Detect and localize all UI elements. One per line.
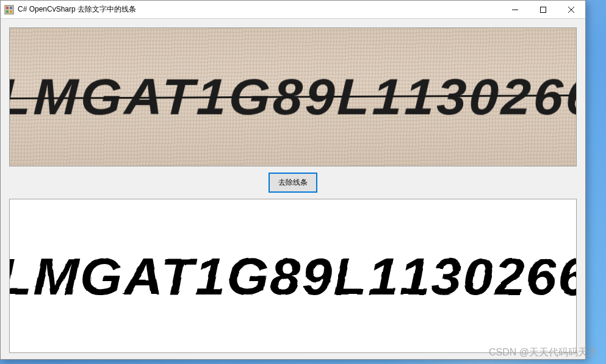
close-button[interactable] xyxy=(557,1,585,18)
source-image: LMGAT1G89L1130266 xyxy=(10,28,576,166)
svg-rect-1 xyxy=(6,7,9,9)
minimize-button[interactable] xyxy=(501,1,529,18)
client-area: LMGAT1G89L1130266 去除线条 LMGAT1G89L1130266 xyxy=(1,19,585,359)
svg-rect-5 xyxy=(541,7,546,12)
svg-rect-2 xyxy=(10,7,12,9)
svg-rect-4 xyxy=(10,10,12,13)
output-image-panel: LMGAT1G89L1130266 xyxy=(9,199,577,353)
remove-lines-button[interactable]: 去除线条 xyxy=(269,173,317,193)
titlebar[interactable]: C# OpenCvSharp 去除文字中的线条 xyxy=(1,1,585,19)
source-text: LMGAT1G89L1130266 xyxy=(9,68,577,127)
button-row: 去除线条 xyxy=(9,173,577,193)
svg-rect-3 xyxy=(6,10,9,13)
app-window: C# OpenCvSharp 去除文字中的线条 LMGAT1G89L113026… xyxy=(0,0,586,360)
source-image-panel: LMGAT1G89L1130266 xyxy=(9,27,577,166)
maximize-button[interactable] xyxy=(529,1,557,18)
output-text: LMGAT1G89L1130266 xyxy=(9,246,577,306)
window-controls xyxy=(501,1,585,18)
window-title: C# OpenCvSharp 去除文字中的线条 xyxy=(18,4,136,15)
app-icon xyxy=(4,5,14,15)
